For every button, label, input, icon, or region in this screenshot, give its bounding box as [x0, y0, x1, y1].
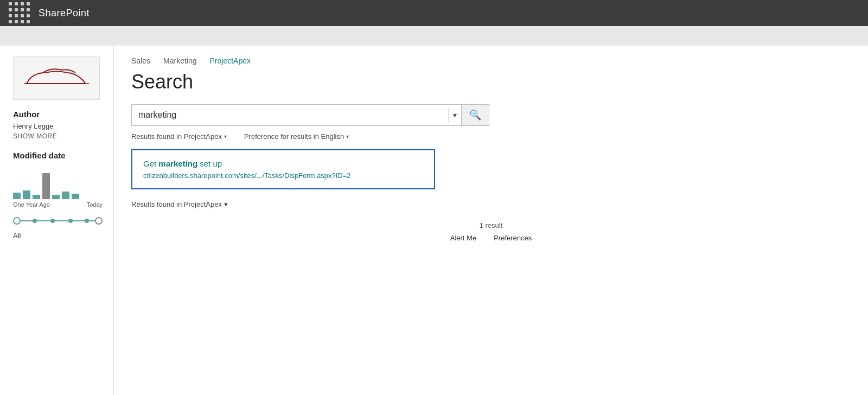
scope-filter-label: Results found in ProjectApex	[131, 132, 222, 141]
slider-dot-3[interactable]	[68, 219, 73, 223]
breadcrumb-projectapex[interactable]: ProjectApex	[210, 56, 251, 65]
bar-6[interactable]	[62, 192, 69, 199]
main-content: Author Henry Legge SHOW MORE Modified da…	[0, 46, 868, 395]
bar-chart-bars	[13, 167, 103, 199]
language-filter-label: Preference for results in English	[244, 132, 344, 141]
preferences-link[interactable]: Preferences	[494, 234, 532, 242]
sub-header-band	[0, 26, 868, 46]
scope-chevron-icon: ▾	[224, 133, 227, 139]
result-title-prefix: Get	[143, 159, 158, 168]
sidebar: Author Henry Legge SHOW MORE Modified da…	[0, 46, 114, 395]
slider-dot-1[interactable]	[33, 219, 37, 223]
content-area: Sales Marketing ProjectApex Search ▾ 🔍 R…	[114, 46, 868, 395]
bar-4[interactable]	[42, 173, 50, 199]
result-title-bold: marketing	[158, 159, 197, 168]
second-scope-chevron-icon: ▾	[224, 200, 228, 208]
bar-1[interactable]	[13, 193, 21, 199]
date-range-slider[interactable]	[13, 214, 103, 227]
slider-dot-4[interactable]	[85, 219, 89, 223]
all-label: All	[13, 232, 103, 240]
modified-date-title: Modified date	[13, 151, 103, 160]
page-title: Search	[131, 71, 851, 93]
bottom-links: Alert Me Preferences	[450, 234, 532, 242]
result-count: 1 result	[480, 221, 503, 230]
site-logo	[13, 56, 100, 100]
result-card[interactable]: Get marketing set up citizenbuilders.sha…	[131, 149, 435, 189]
breadcrumb-marketing[interactable]: Marketing	[163, 56, 196, 65]
bar-2[interactable]	[23, 190, 30, 199]
search-submit-button[interactable]: 🔍	[461, 105, 489, 125]
breadcrumb: Sales Marketing ProjectApex	[131, 56, 851, 65]
bar-3[interactable]	[33, 195, 40, 199]
language-chevron-icon: ▾	[346, 133, 349, 139]
bottom-bar: 1 result Alert Me Preferences	[131, 221, 851, 242]
car-logo-svg	[21, 65, 92, 92]
slider-thumb-right[interactable]	[95, 217, 103, 225]
date-bar-chart: One Year Ago Today	[13, 167, 103, 210]
result-title: Get marketing set up	[143, 159, 423, 168]
second-scope-filter[interactable]: Results found in ProjectApex ▾	[131, 200, 851, 208]
alert-me-link[interactable]: Alert Me	[450, 234, 476, 242]
slider-thumb-left[interactable]	[13, 217, 21, 225]
search-icon: 🔍	[469, 110, 481, 120]
bar-7[interactable]	[72, 194, 79, 199]
search-input[interactable]	[132, 106, 448, 124]
app-title: SharePoint	[39, 8, 90, 19]
scope-filter[interactable]: Results found in ProjectApex ▾	[131, 132, 227, 141]
author-name[interactable]: Henry Legge	[13, 122, 103, 130]
chevron-down-icon: ▾	[453, 111, 457, 119]
result-title-suffix: set up	[197, 159, 222, 168]
bar-chart-labels: One Year Ago Today	[13, 201, 103, 208]
slider-track	[13, 220, 103, 221]
second-scope-label: Results found in ProjectApex	[131, 200, 222, 208]
search-dropdown-button[interactable]: ▾	[448, 107, 461, 123]
filter-bar: Results found in ProjectApex ▾ Preferenc…	[131, 132, 851, 141]
top-navbar: SharePoint	[0, 0, 868, 26]
slider-dot-2[interactable]	[50, 219, 55, 223]
language-filter[interactable]: Preference for results in English ▾	[244, 132, 349, 141]
show-more-button[interactable]: SHOW MORE	[13, 132, 103, 140]
breadcrumb-sales[interactable]: Sales	[131, 56, 150, 65]
chart-label-right: Today	[87, 201, 103, 208]
search-bar: ▾ 🔍	[131, 104, 489, 126]
author-section-title: Author	[13, 110, 103, 119]
bar-5[interactable]	[52, 195, 60, 199]
chart-label-left: One Year Ago	[13, 201, 50, 208]
apps-icon[interactable]	[9, 2, 31, 24]
result-url[interactable]: citizenbuilders.sharepoint.com/sites/...…	[143, 171, 423, 180]
